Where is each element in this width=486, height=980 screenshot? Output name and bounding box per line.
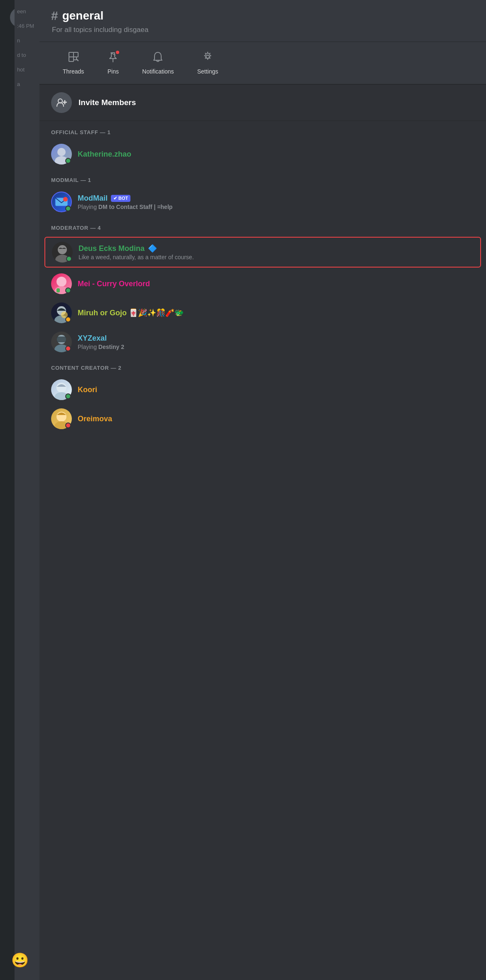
member-info-koori: Koori: [78, 386, 97, 394]
member-info-deus: Deus Ecks Modina 🔷 Like a weed, naturall…: [79, 244, 194, 260]
section-header-modmail: MODMAIL — 1: [39, 169, 486, 187]
bot-badge-modmail: ✔ BOT: [111, 195, 130, 202]
member-status-deus: Like a weed, naturally, as a matter of c…: [79, 254, 194, 260]
channel-title-row: # general: [51, 9, 474, 22]
status-mei: [65, 287, 71, 293]
svg-rect-2: [69, 57, 74, 61]
svg-rect-0: [69, 52, 74, 57]
partial-line-1: een: [17, 8, 37, 15]
status-katherine: [65, 158, 71, 164]
section-header-official-staff: OFFICIAL STAFF — 1: [39, 121, 486, 140]
member-status-xyzexal: Playing Destiny 2: [78, 344, 124, 350]
deus-role-icon: 🔷: [148, 244, 157, 253]
status-oreimova: [65, 422, 71, 428]
avatar-wrap-deus: [52, 242, 73, 263]
channel-hash-icon: #: [51, 10, 58, 22]
member-name-mei: Mei - Curry Overlord: [78, 280, 150, 288]
avatar-wrap-modmail: [51, 192, 72, 212]
toolbar-pins[interactable]: Pins: [96, 47, 130, 79]
toolbar-settings[interactable]: Settings: [186, 47, 230, 79]
member-info-modmail: ModMail ✔ BOT Playing DM to Contact Staf…: [78, 194, 172, 210]
threads-label: Threads: [63, 68, 84, 75]
member-row-mei[interactable]: Mei - Curry Overlord: [39, 269, 486, 298]
member-row-koori[interactable]: Koori: [39, 375, 486, 404]
left-sidebar: 👤 een :46 PM n d to hot a 😀: [0, 0, 39, 980]
svg-line-4: [76, 59, 78, 61]
partial-line-6: a: [17, 81, 37, 87]
pins-icon: [107, 51, 119, 66]
invite-members-icon: [51, 92, 72, 113]
members-panel: Invite Members OFFICIAL STAFF — 1 Kather…: [39, 85, 486, 980]
status-koori: [65, 393, 71, 399]
svg-point-26: [56, 383, 66, 393]
member-name-modmail: ModMail: [78, 194, 108, 203]
member-name-row-miruh: Miruh or Gojo 🀄🎉✨🎊🧨🐲: [78, 308, 184, 317]
channel-header: # general For all topics including disga…: [39, 0, 486, 42]
settings-label: Settings: [197, 68, 218, 75]
member-name-row-oreimova: Oreimova: [78, 415, 112, 423]
member-name-deus: Deus Ecks Modina: [79, 244, 145, 253]
member-row-xyzexal[interactable]: XYZexal Playing Destiny 2: [39, 327, 486, 356]
section-header-content-creator: CONTENT CREATOR — 2: [39, 356, 486, 375]
toolbar: Threads Pins Notifications: [39, 42, 486, 85]
partial-line-4: d to: [17, 52, 37, 58]
channel-topic: For all topics including disgaea: [51, 26, 474, 34]
svg-rect-19: [56, 288, 60, 292]
member-row-oreimova[interactable]: Oreimova: [39, 404, 486, 433]
invite-members-button[interactable]: Invite Members: [39, 85, 486, 121]
member-row-miruh[interactable]: Miruh or Gojo 🀄🎉✨🎊🧨🐲: [39, 298, 486, 327]
member-row-deus[interactable]: Deus Ecks Modina 🔷 Like a weed, naturall…: [44, 237, 481, 268]
member-name-row-xyzexal: XYZexal: [78, 334, 124, 343]
toolbar-notifications[interactable]: Notifications: [130, 47, 185, 79]
member-row-modmail[interactable]: ModMail ✔ BOT Playing DM to Contact Staf…: [39, 187, 486, 216]
threads-icon: [68, 51, 79, 66]
avatar-wrap-koori: [51, 379, 72, 400]
status-deus: [66, 256, 72, 262]
status-modmail: [65, 206, 71, 211]
member-name-miruh: Miruh or Gojo 🀄🎉✨🎊🧨🐲: [78, 308, 184, 317]
svg-rect-25: [57, 336, 66, 342]
avatar-wrap-katherine: [51, 144, 72, 165]
pins-label: Pins: [108, 68, 119, 75]
avatar-wrap-oreimova: [51, 408, 72, 429]
avatar-wrap-miruh: [51, 302, 72, 323]
avatar-wrap-mei: [51, 273, 72, 294]
status-xyzexal: [65, 346, 71, 351]
bottom-padding: [39, 433, 486, 467]
member-info-mei: Mei - Curry Overlord: [78, 280, 150, 288]
partial-line-3: n: [17, 37, 37, 44]
member-status-modmail: Playing DM to Contact Staff | =help: [78, 204, 172, 210]
member-info-xyzexal: XYZexal Playing Destiny 2: [78, 334, 124, 350]
invite-members-label: Invite Members: [79, 98, 136, 107]
member-row-katherine[interactable]: Katherine.zhao: [39, 140, 486, 169]
member-name-koori: Koori: [78, 386, 97, 394]
main-panel: # general For all topics including disga…: [39, 0, 486, 980]
svg-rect-1: [74, 52, 78, 57]
channel-name: general: [62, 9, 104, 22]
member-name-row-modmail: ModMail ✔ BOT: [78, 194, 172, 203]
section-header-moderator: MODERATOR — 4: [39, 216, 486, 235]
notifications-icon: [152, 51, 164, 66]
partial-line-5: hot: [17, 66, 37, 73]
status-miruh: [65, 317, 71, 322]
partial-chat-overlay: een :46 PM n d to hot a: [15, 0, 39, 980]
svg-point-11: [57, 148, 66, 156]
member-name-row-katherine: Katherine.zhao: [78, 150, 131, 159]
emoji-button[interactable]: 😀: [11, 952, 29, 968]
member-name-oreimova: Oreimova: [78, 415, 112, 423]
member-name-row-deus: Deus Ecks Modina 🔷: [79, 244, 194, 253]
svg-rect-3: [74, 57, 76, 60]
member-info-miruh: Miruh or Gojo 🀄🎉✨🎊🧨🐲: [78, 308, 184, 317]
pins-notification-dot: [115, 50, 120, 55]
svg-rect-14: [63, 197, 68, 201]
member-info-oreimova: Oreimova: [78, 415, 112, 423]
avatar-wrap-xyzexal: [51, 332, 72, 352]
member-name-row-koori: Koori: [78, 386, 97, 394]
svg-point-15: [58, 245, 67, 254]
member-info-katherine: Katherine.zhao: [78, 150, 131, 159]
member-name-row-mei: Mei - Curry Overlord: [78, 280, 150, 288]
member-name-katherine: Katherine.zhao: [78, 150, 131, 159]
partial-line-2: :46 PM: [17, 23, 37, 29]
notifications-label: Notifications: [142, 68, 174, 75]
toolbar-threads[interactable]: Threads: [51, 47, 96, 79]
